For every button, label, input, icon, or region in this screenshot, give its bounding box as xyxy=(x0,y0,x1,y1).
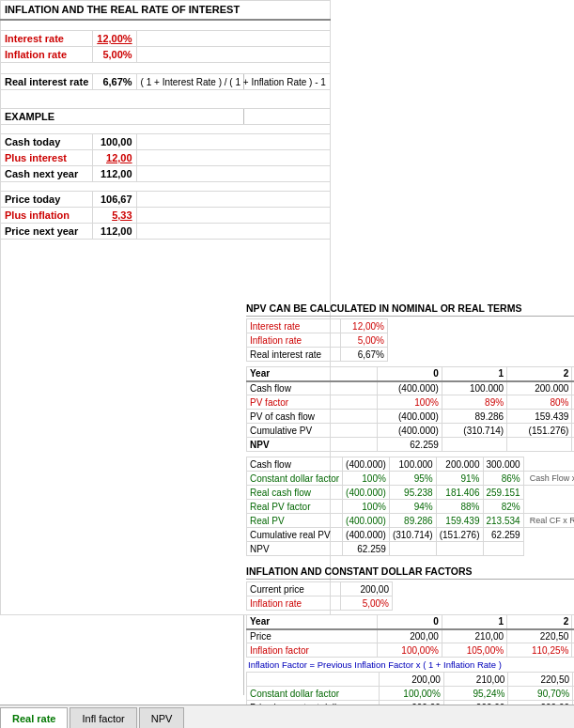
real-val-0-2: 200.000 xyxy=(436,457,483,472)
left-section: INFLATION AND THE REAL RATE OF INTEREST … xyxy=(0,0,244,695)
interest-rate-value: 12,00% xyxy=(93,31,136,47)
real-row-1: Constant dollar factor100%95%91%86%Cash … xyxy=(247,472,575,486)
const-row-1: Constant dollar factor100,00%95,24%90,70… xyxy=(247,687,575,701)
nominal-row-2: PV of cash flow(400.000)89.286159.439213… xyxy=(247,410,575,424)
npv-section-title: NPV CAN BE CALCULATED IN NOMINAL OR REAL… xyxy=(246,301,574,317)
interest-rate-label: Interest rate xyxy=(1,31,93,47)
inflation-rate-infl-row: Inflation rate 5,00% xyxy=(247,596,393,611)
infl-val-1-2: 110,25% xyxy=(507,643,572,658)
nominal-val-0-1: 100.000 xyxy=(442,381,506,395)
inflation-note1: Inflation Factor = Previous Inflation Fa… xyxy=(246,658,574,672)
real-note-1: Cash Flow x Const $ Factor xyxy=(523,472,574,486)
real-label-2: Real cash flow xyxy=(247,486,343,500)
nominal-val-3-0: (400.000) xyxy=(377,424,442,438)
rate-inflation-row: Inflation rate 5,00% xyxy=(247,333,388,348)
real-val-1-2: 91% xyxy=(436,472,483,486)
real-val-1-0: 100% xyxy=(343,472,390,486)
nominal-row-3: Cumulative PV(400.000)(310.714)(151.276)… xyxy=(247,424,575,438)
rate-real-label: Real interest rate xyxy=(247,348,341,362)
real-val-5-2: (151.276) xyxy=(436,528,483,542)
inflation-rate-infl-label: Inflation rate xyxy=(247,596,341,611)
const-label-1: Constant dollar factor xyxy=(247,687,380,701)
rate-real-row: Real interest rate 6,67% xyxy=(247,348,388,362)
nominal-val-4-1 xyxy=(442,438,506,452)
const-val-0-0: 200,00 xyxy=(380,673,444,687)
infl-val-1-1: 105,00% xyxy=(442,643,506,658)
real-row-5: Cumulative real PV(400.000)(310.714)(151… xyxy=(247,528,575,542)
current-price-value: 200,00 xyxy=(341,582,393,596)
const-label-0 xyxy=(247,673,380,687)
real-row-3: Real PV factor100%94%88%82% xyxy=(247,500,575,514)
infl-val-1-0: 100,00% xyxy=(377,643,442,658)
inflation-rate-value: 5,00% xyxy=(93,47,136,63)
page-wrapper: INFLATION AND THE REAL RATE OF INTEREST … xyxy=(0,0,574,728)
nominal-row-0: Cash flow(400.000)100.000200.000300.000 xyxy=(247,381,575,395)
rate-inflation-value: 5,00% xyxy=(341,333,388,348)
right-section: NPV CAN BE CALCULATED IN NOMINAL OR REAL… xyxy=(244,0,574,695)
infl-row-0: Price200,00210,00220,50231,53 xyxy=(247,629,575,643)
price-next-year-label: Price next year xyxy=(1,224,93,240)
real-val-0-3: 300.000 xyxy=(483,457,523,472)
price-today-label: Price today xyxy=(1,192,93,208)
real-label-6: NPV xyxy=(247,542,343,556)
const-row-0: 200,00210,00220,50231,53 xyxy=(247,673,575,687)
rate-real-value: 6,67% xyxy=(341,348,388,362)
const-val-1-1: 95,24% xyxy=(443,687,508,701)
nominal-row-1: PV factor100%89%80%71% xyxy=(247,395,575,410)
cash-next-year-label: Cash next year xyxy=(1,166,93,182)
tab-npv[interactable]: NPV xyxy=(139,707,185,728)
nominal-val-4-2 xyxy=(507,438,572,452)
nominal-val-3-1: (310.714) xyxy=(442,424,506,438)
real-val-6-3 xyxy=(483,542,523,556)
const-val-1-2: 90,70% xyxy=(508,687,573,701)
real-val-3-0: 100% xyxy=(343,500,390,514)
plus-inflation-label: Plus inflation xyxy=(1,208,93,224)
rate-interest-row: Interest rate 12,00% xyxy=(247,319,388,333)
year-1: 1 xyxy=(442,367,506,381)
nominal-val-0-2: 200.000 xyxy=(507,381,572,395)
nominal-row-4: NPV62.259 xyxy=(247,438,575,452)
real-val-4-2: 159.439 xyxy=(436,514,483,528)
real-val-1-3: 86% xyxy=(483,472,523,486)
rate-interest-value: 12,00% xyxy=(341,319,388,333)
nominal-val-1-2: 80% xyxy=(507,395,572,410)
nominal-label-3: Cumulative PV xyxy=(247,424,378,438)
infl-val-0-0: 200,00 xyxy=(377,629,442,643)
inflation-section-title: INFLATION AND CONSTANT DOLLAR FACTORS xyxy=(246,564,574,580)
year-header: Year xyxy=(247,367,378,381)
real-val-6-2 xyxy=(436,542,483,556)
plus-interest-label: Plus interest xyxy=(1,150,93,166)
real-val-0-0: (400.000) xyxy=(343,457,390,472)
tabs-bar: Real rateInfl factorNPV xyxy=(0,705,574,728)
cash-next-year-value: 112,00 xyxy=(93,166,136,182)
real-val-3-3: 82% xyxy=(483,500,523,514)
real-val-2-2: 181.406 xyxy=(436,486,483,500)
nominal-table: Year 0 1 2 3 Cash flow(400.000)100.00020… xyxy=(246,366,574,452)
real-interest-rate-label: Real interest rate xyxy=(1,74,93,90)
tab-real-rate[interactable]: Real rate xyxy=(0,707,68,728)
real-label-1: Constant dollar factor xyxy=(247,472,343,486)
infl-label-1: Inflation factor xyxy=(247,643,378,658)
nominal-val-2-0: (400.000) xyxy=(377,410,442,424)
plus-interest-value: 12,00 xyxy=(93,150,136,166)
real-row-0: Cash flow(400.000)100.000200.000300.000 xyxy=(247,457,575,472)
real-val-4-0: (400.000) xyxy=(343,514,390,528)
infl-year-2: 2 xyxy=(507,615,572,629)
infl-val-0-2: 220,50 xyxy=(507,629,572,643)
nominal-label-4: NPV xyxy=(247,438,378,452)
cash-today-label: Cash today xyxy=(1,134,93,150)
plus-inflation-value: 5,33 xyxy=(93,208,136,224)
nominal-val-3-2: (151.276) xyxy=(507,424,572,438)
cash-today-value: 100,00 xyxy=(93,134,136,150)
inflation-rate-label: Inflation rate xyxy=(1,47,93,63)
real-val-6-1 xyxy=(389,542,436,556)
year-2: 2 xyxy=(507,367,572,381)
real-val-5-1: (310.714) xyxy=(389,528,436,542)
infl-year-0: 0 xyxy=(377,615,442,629)
real-val-6-0: 62.259 xyxy=(343,542,390,556)
rate-inflation-label: Inflation rate xyxy=(247,333,341,348)
year-header-row: Year 0 1 2 3 xyxy=(247,367,575,381)
tab-infl-factor[interactable]: Infl factor xyxy=(70,707,136,728)
real-val-5-0: (400.000) xyxy=(343,528,390,542)
real-val-1-1: 95% xyxy=(389,472,436,486)
